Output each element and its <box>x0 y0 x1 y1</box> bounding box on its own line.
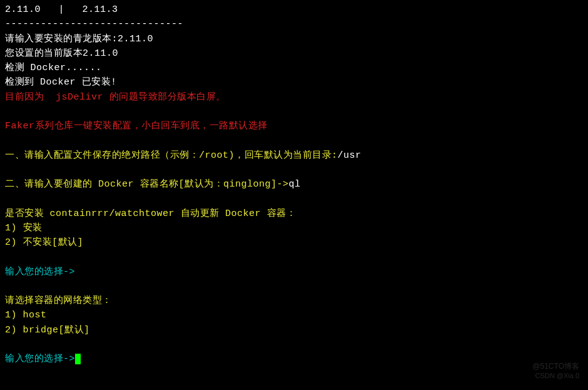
input-path[interactable]: /usr <box>338 150 362 161</box>
docker-check: 检测 Docker...... <box>5 61 583 75</box>
warn-part-c: 的问题导致部分版本白屏。 <box>103 92 226 103</box>
opt-host: 1) host <box>5 308 583 322</box>
wt-docker: Docker <box>225 208 261 219</box>
opt-install: 1) 安装 <box>5 221 583 235</box>
step2-default: qinglong <box>223 179 271 190</box>
prompt-install-version: 请输入要安装的青龙版本:2.11.0 <box>5 32 583 46</box>
network-heading: 请选择容器的网络类型： <box>5 294 583 308</box>
choice-prompt-2-text: 输入您的选择-> <box>5 354 75 364</box>
terminal-cursor <box>75 354 81 364</box>
step2-arrow: ]-> <box>271 179 289 190</box>
faker-text: 系列仓库一键安装配置，小白回车到底，一路默认选择 <box>35 121 268 131</box>
jsdelivr-warning: 目前因为 jsDelivr 的问题导致部分版本白屏。 <box>5 90 583 105</box>
divider-line: ------------------------------ <box>5 17 583 31</box>
set-version-value: 2.11.0 <box>83 48 118 59</box>
warn-part-a: 目前因为 <box>5 92 56 103</box>
opt-no-install: 2) 不安装[默认] <box>5 235 583 250</box>
choice-prompt-2[interactable]: 输入您的选择-> <box>5 352 583 366</box>
step2-line: 二、请输入要创建的 Docker 容器名称[默认为：qinglong]->ql <box>5 177 583 192</box>
input-install-version[interactable]: 2.11.0 <box>118 34 153 44</box>
watchtower-line: 是否安装 containrrr/watchtower 自动更新 Docker 容… <box>5 207 583 221</box>
input-container-name[interactable]: ql <box>289 179 301 190</box>
faker-label: Faker <box>5 121 35 131</box>
wt-c: 自动更新 <box>175 208 225 219</box>
step2-a: 二、请输入要创建的 <box>5 179 98 190</box>
step1-line: 一、请输入配置文件保存的绝对路径（示例：/root)，回车默认为当前目录:/us… <box>5 148 583 163</box>
choice-prompt-1[interactable]: 输入您的选择-> <box>5 265 583 279</box>
wt-pkg: containrrr/watchtower <box>50 208 175 219</box>
step2-docker: Docker <box>98 179 134 190</box>
step1-a: 一、请输入配置文件保存的绝对路径（示例： <box>5 150 199 161</box>
set-version-line: 您设置的当前版本2.11.0 <box>5 46 583 61</box>
version-row: 2.11.0 | 2.11.3 <box>5 3 583 17</box>
opt-bridge: 2) bridge[默认] <box>5 323 583 337</box>
wt-e: 容器： <box>261 208 296 219</box>
prompt-text: 请输入要安装的青龙版本: <box>5 34 118 44</box>
wt-a: 是否安装 <box>5 208 50 219</box>
watermark-csdn: CSDN @Xia 0 <box>535 371 579 381</box>
warn-jsdelivr: jsDelivr <box>56 92 103 103</box>
set-version-label: 您设置的当前版本 <box>5 48 83 59</box>
docker-installed: 检测到 Docker 已安装! <box>5 75 583 90</box>
step2-c: 容器名称[默认为： <box>134 179 223 190</box>
step1-c: )，回车默认为当前目录: <box>229 150 338 161</box>
step1-root: /root <box>199 150 229 161</box>
faker-line: Faker系列仓库一键安装配置，小白回车到底，一路默认选择 <box>5 119 583 133</box>
